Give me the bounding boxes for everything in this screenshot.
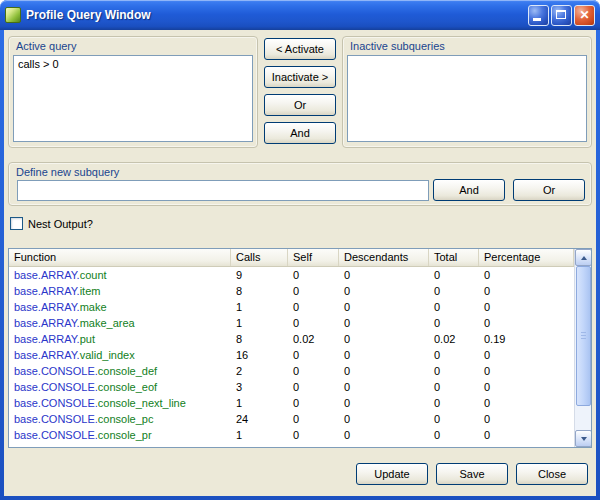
total-cell: 0 — [429, 427, 479, 443]
inactivate-button[interactable]: Inactivate > — [264, 66, 336, 88]
nest-output-row: Nest Output? — [10, 217, 93, 230]
table-row[interactable]: base.ARRAY.put80.0200.020.19 — [9, 331, 574, 347]
calls-cell: 24 — [231, 411, 288, 427]
define-or-button[interactable]: Or — [513, 179, 585, 201]
close-button[interactable]: ✕ — [574, 5, 595, 26]
function-cell: base.CONSOLE.console_eof — [9, 379, 231, 395]
percentage-cell: 0 — [479, 283, 574, 299]
total-cell: 0 — [429, 267, 479, 283]
percentage-cell: 0 — [479, 411, 574, 427]
self-cell: 0 — [288, 363, 339, 379]
self-cell: 0 — [288, 283, 339, 299]
percentage-cell: 0 — [479, 299, 574, 315]
scroll-up-button[interactable] — [575, 249, 592, 266]
self-cell: 0 — [288, 299, 339, 315]
total-cell: 0 — [429, 283, 479, 299]
scrollbar-thumb[interactable] — [576, 266, 591, 406]
define-and-button[interactable]: And — [433, 179, 505, 201]
total-cell: 0 — [429, 315, 479, 331]
calls-cell: 1 — [231, 427, 288, 443]
descendants-cell: 0 — [339, 427, 429, 443]
descendants-cell: 0 — [339, 411, 429, 427]
arrow-down-icon — [581, 437, 587, 441]
or-button[interactable]: Or — [264, 94, 336, 116]
table-row[interactable]: base.ARRAY.make10000 — [9, 299, 574, 315]
nest-output-checkbox[interactable] — [10, 217, 23, 230]
header-function[interactable]: Function — [9, 249, 231, 266]
function-cell: base.ARRAY.put — [9, 331, 231, 347]
descendants-cell: 0 — [339, 363, 429, 379]
header-descendants[interactable]: Descendants — [339, 249, 429, 266]
table-row[interactable]: base.CONSOLE.console_eof30000 — [9, 379, 574, 395]
self-cell: 0 — [288, 411, 339, 427]
activate-button[interactable]: < Activate — [264, 38, 336, 60]
function-cell: base.ARRAY.count — [9, 267, 231, 283]
descendants-cell: 0 — [339, 267, 429, 283]
self-cell: 0.02 — [288, 331, 339, 347]
table-row[interactable]: base.ARRAY.count90000 — [9, 267, 574, 283]
inactive-subqueries-list[interactable] — [347, 55, 587, 142]
and-button[interactable]: And — [264, 122, 336, 144]
close-dialog-button[interactable]: Close — [516, 463, 588, 485]
calls-cell: 8 — [231, 331, 288, 347]
calls-cell: 2 — [231, 363, 288, 379]
active-query-group: Active query calls > 0 — [8, 36, 258, 148]
nest-output-label: Nest Output? — [28, 218, 93, 230]
percentage-cell: 0 — [479, 363, 574, 379]
header-self[interactable]: Self — [288, 249, 339, 266]
minimize-icon — [533, 18, 541, 21]
calls-cell: 9 — [231, 267, 288, 283]
total-cell: 0 — [429, 379, 479, 395]
window-title: Profile Query Window — [26, 8, 528, 22]
table-row[interactable]: base.ARRAY.make_area10000 — [9, 315, 574, 331]
minimize-button[interactable] — [528, 5, 549, 26]
descendants-cell: 0 — [339, 299, 429, 315]
list-item[interactable]: calls > 0 — [14, 56, 252, 73]
total-cell: 0 — [429, 395, 479, 411]
table-row[interactable]: base.CONSOLE.console_next_line10000 — [9, 395, 574, 411]
percentage-cell: 0 — [479, 379, 574, 395]
save-button[interactable]: Save — [436, 463, 508, 485]
vertical-scrollbar[interactable] — [574, 249, 591, 447]
inactive-subqueries-label: Inactive subqueries — [350, 40, 445, 52]
descendants-cell: 0 — [339, 379, 429, 395]
function-cell: base.ARRAY.make_area — [9, 315, 231, 331]
descendants-cell: 0 — [339, 347, 429, 363]
descendants-cell: 0 — [339, 315, 429, 331]
caption-buttons: ✕ — [528, 5, 595, 26]
calls-cell: 3 — [231, 379, 288, 395]
self-cell: 0 — [288, 379, 339, 395]
table-row[interactable]: base.ARRAY.item80000 — [9, 283, 574, 299]
table-row[interactable]: base.ARRAY.valid_index160000 — [9, 347, 574, 363]
close-icon: ✕ — [575, 6, 594, 25]
percentage-cell: 0 — [479, 347, 574, 363]
total-cell: 0.02 — [429, 331, 479, 347]
active-query-label: Active query — [16, 40, 77, 52]
header-total[interactable]: Total — [429, 249, 479, 266]
header-percentage[interactable]: Percentage — [479, 249, 574, 266]
percentage-cell: 0 — [479, 267, 574, 283]
percentage-cell: 0 — [479, 315, 574, 331]
active-query-list[interactable]: calls > 0 — [13, 55, 253, 142]
function-cell: base.CONSOLE.console_pr — [9, 427, 231, 443]
table-row[interactable]: base.CONSOLE.console_pc240000 — [9, 411, 574, 427]
table-body: base.ARRAY.count90000base.ARRAY.item8000… — [9, 267, 574, 447]
subquery-input[interactable] — [17, 180, 429, 201]
function-cell: base.CONSOLE.console_next_line — [9, 395, 231, 411]
header-calls[interactable]: Calls — [231, 249, 288, 266]
scroll-down-button[interactable] — [575, 430, 592, 447]
arrow-up-icon — [581, 256, 587, 260]
maximize-button[interactable] — [551, 5, 572, 26]
self-cell: 0 — [288, 427, 339, 443]
percentage-cell: 0.19 — [479, 331, 574, 347]
table-row[interactable]: base.CONSOLE.console_pr10000 — [9, 427, 574, 443]
percentage-cell: 0 — [479, 395, 574, 411]
inactive-subqueries-group: Inactive subqueries — [342, 36, 592, 148]
function-cell: base.ARRAY.make — [9, 299, 231, 315]
self-cell: 0 — [288, 347, 339, 363]
function-cell: base.CONSOLE.console_def — [9, 363, 231, 379]
table-row[interactable]: base.CONSOLE.console_def20000 — [9, 363, 574, 379]
function-cell: base.ARRAY.valid_index — [9, 347, 231, 363]
update-button[interactable]: Update — [356, 463, 428, 485]
total-cell: 0 — [429, 347, 479, 363]
